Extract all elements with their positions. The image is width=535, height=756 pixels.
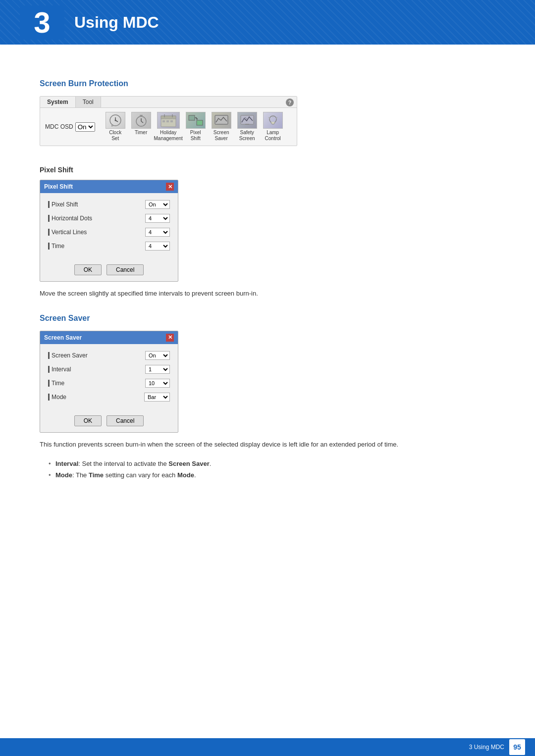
screen-saver-control-interval: 1 2510 <box>145 365 170 374</box>
pixel-shift-label-hdots: Horizontal Dots <box>48 215 92 222</box>
tab-system[interactable]: System <box>40 97 76 107</box>
screen-saver-label: ScreenSaver <box>214 130 229 142</box>
screen-saver-row-time: Time 10 52030 <box>48 379 170 388</box>
bullet-interval-bold2: Screen Saver <box>168 460 209 467</box>
toolbar-panel: System Tool ? MDC OSD On Off <box>40 96 297 146</box>
tab-tool[interactable]: Tool <box>76 97 101 107</box>
screen-saver-bullet-list: Interval: Set the interval to activate t… <box>40 458 495 481</box>
bar-indicator-sstime <box>48 380 50 387</box>
pixel-shift-select-time[interactable]: 4 123 <box>145 242 170 251</box>
toolbar-icon-holiday[interactable]: HolidayManagement <box>156 112 181 142</box>
safety-screen-label: SafetyScreen <box>239 130 255 142</box>
toolbar-icon-safety-screen[interactable]: SafetyScreen <box>236 112 259 142</box>
section-burn-protection-heading: Screen Burn Protection <box>40 79 495 88</box>
pixel-shift-select-vlines[interactable]: 4 123 <box>145 228 170 237</box>
clock-set-icon-box <box>106 112 125 129</box>
chapter-banner: 3 Using MDC <box>0 0 535 45</box>
toolbar-icon-timer[interactable]: Timer <box>130 112 153 142</box>
bar-indicator-interval <box>48 366 50 373</box>
help-icon[interactable]: ? <box>286 99 294 106</box>
bullet-mode-term: Mode <box>55 471 72 479</box>
chapter-title: Using MDC <box>74 13 159 32</box>
svg-point-3 <box>114 120 116 121</box>
timer-label: Timer <box>135 130 147 136</box>
pixel-shift-title-bar: Pixel Shift ✕ <box>40 180 178 193</box>
lamp-control-icon-box <box>263 112 283 129</box>
screen-saver-dialog-title: Screen Saver <box>44 334 82 341</box>
pixel-shift-control-hdots: 4 123 <box>145 214 170 223</box>
pixel-shift-close-button[interactable]: ✕ <box>166 183 174 191</box>
bullet-mode-bold3: Mode <box>177 471 194 479</box>
pixel-shift-label-pixelshift: Pixel Shift <box>48 201 78 208</box>
page-number-badge: 95 <box>509 739 525 755</box>
screen-saver-select-saver[interactable]: On Off <box>145 351 170 360</box>
toolbar-icon-screen-saver[interactable]: ScreenSaver <box>210 112 233 142</box>
clock-set-svg <box>108 113 122 127</box>
holiday-label: HolidayManagement <box>154 130 182 142</box>
toolbar-body: MDC OSD On Off <box>40 108 297 146</box>
toolbar-icon-pixel-shift[interactable]: PixelShift <box>184 112 207 142</box>
bar-indicator-vlines <box>48 229 50 236</box>
toolbar-icon-lamp-control[interactable]: LampControl <box>262 112 284 142</box>
screen-saver-select-mode[interactable]: Bar PixelFade <box>144 393 170 402</box>
safety-screen-svg <box>239 113 255 127</box>
pixel-shift-desc: Move the screen slightly at specified ti… <box>40 289 495 299</box>
bar-indicator-time <box>48 243 50 250</box>
pixel-shift-control-time: 4 123 <box>145 242 170 251</box>
screen-saver-dialog-body: Screen Saver On Off Interval 1 <box>40 344 178 411</box>
screen-saver-select-interval[interactable]: 1 2510 <box>145 365 170 374</box>
pixel-shift-cancel-button[interactable]: Cancel <box>107 264 144 275</box>
pixel-shift-subsection-title: Pixel Shift <box>40 166 495 174</box>
screen-saver-control-mode: Bar PixelFade <box>144 393 170 402</box>
lamp-control-label: LampControl <box>265 130 281 142</box>
screen-saver-title-bar: Screen Saver ✕ <box>40 331 178 344</box>
toolbar-icon-clock-set[interactable]: ClockSet <box>104 112 127 142</box>
screen-saver-icon-box <box>212 112 231 129</box>
screen-saver-label-time: Time <box>48 380 64 387</box>
page-footer: 3 Using MDC 95 <box>0 738 535 756</box>
svg-rect-15 <box>170 120 173 122</box>
timer-svg <box>135 113 148 127</box>
pixel-shift-label-vlines: Vertical Lines <box>48 229 87 236</box>
screen-saver-row-interval: Interval 1 2510 <box>48 365 170 374</box>
pixel-shift-select-pixelshift[interactable]: On Off <box>145 200 170 209</box>
screen-saver-label-mode: Mode <box>48 394 66 401</box>
bullet-interval-term: Interval <box>55 460 78 467</box>
safety-screen-icon-box <box>237 112 257 129</box>
screen-saver-dialog: Screen Saver ✕ Screen Saver On Off <box>40 331 178 433</box>
pixel-shift-label: PixelShift <box>190 130 201 142</box>
bar-indicator-mode <box>48 394 50 401</box>
svg-rect-10 <box>161 116 176 119</box>
pixel-shift-footer: OK Cancel <box>40 260 178 281</box>
section-screen-saver-heading: Screen Saver <box>40 314 495 323</box>
pixel-shift-control-pixelshift: On Off <box>145 200 170 209</box>
svg-rect-17 <box>197 120 203 125</box>
screen-saver-ok-button[interactable]: OK <box>74 415 102 426</box>
mdc-osd-label: MDC OSD <box>45 123 73 130</box>
holiday-svg <box>160 113 177 128</box>
pixel-shift-icon-box <box>186 112 206 129</box>
pixel-shift-select-hdots[interactable]: 4 123 <box>145 214 170 223</box>
screen-saver-row-mode: Mode Bar PixelFade <box>48 393 170 402</box>
pixel-shift-dialog-title: Pixel Shift <box>44 183 73 190</box>
main-content: Screen Burn Protection System Tool ? MDC… <box>0 45 535 518</box>
pixel-shift-row-time: Time 4 123 <box>48 242 170 251</box>
timer-icon-box <box>131 112 151 129</box>
screen-saver-label-interval: Interval <box>48 366 71 373</box>
toolbar-icons: ClockSet Timer <box>104 112 284 142</box>
svg-rect-16 <box>189 115 195 120</box>
pixel-shift-ok-button[interactable]: OK <box>74 264 102 275</box>
pixel-shift-control-vlines: 4 123 <box>145 228 170 237</box>
toolbar-tab-spacer: ? <box>101 97 297 107</box>
screen-saver-desc: This function prevents screen burn-in wh… <box>40 440 495 450</box>
screen-saver-select-time[interactable]: 10 52030 <box>145 379 170 388</box>
toolbar-tabs: System Tool ? <box>40 97 297 108</box>
chapter-number: 3 <box>20 5 64 40</box>
screen-saver-close-button[interactable]: ✕ <box>166 334 174 342</box>
lamp-svg <box>266 113 280 127</box>
bar-indicator-ss <box>48 352 50 359</box>
pixel-shift-dialog: Pixel Shift ✕ Pixel Shift On Off <box>40 180 178 282</box>
screen-saver-footer: OK Cancel <box>40 411 178 432</box>
mdc-osd-select[interactable]: On Off <box>75 122 95 132</box>
screen-saver-cancel-button[interactable]: Cancel <box>107 415 144 426</box>
